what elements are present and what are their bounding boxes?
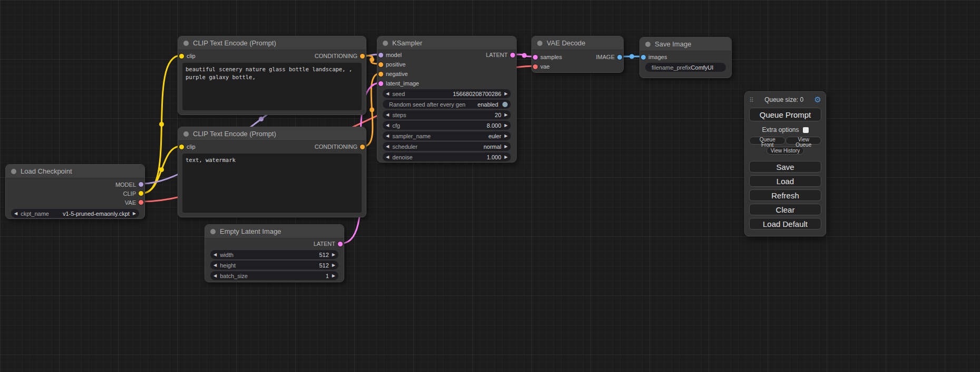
load-button[interactable]: Load: [749, 175, 821, 187]
node-title: Empty Latent Image: [220, 227, 281, 235]
collapse-dot-icon[interactable]: [183, 131, 189, 137]
queue-prompt-button[interactable]: Queue Prompt: [749, 108, 821, 121]
positive-prompt-textarea[interactable]: beautiful scenery nature glass bottle la…: [182, 63, 362, 110]
height-decrement-icon[interactable]: [214, 263, 217, 268]
output-slot-conditioning: CONDITIONING: [315, 144, 365, 150]
steps-decrement-icon[interactable]: [386, 113, 389, 117]
widget-cfg[interactable]: cfg 8.000: [383, 121, 511, 130]
widget-steps[interactable]: steps 20: [383, 110, 511, 119]
sampler-next-icon[interactable]: [504, 134, 508, 138]
widget-height[interactable]: height 512: [210, 261, 338, 270]
denoise-increment-icon[interactable]: [504, 155, 508, 159]
scheduler-next-icon[interactable]: [504, 145, 508, 149]
toggle-dot-icon[interactable]: [502, 102, 508, 107]
denoise-decrement-icon[interactable]: [386, 155, 389, 159]
model-input-dot[interactable]: [379, 53, 383, 58]
collapse-dot-icon[interactable]: [537, 41, 542, 46]
node-clip-text-encode-negative[interactable]: CLIP Text Encode (Prompt) clip CONDITION…: [178, 127, 366, 217]
view-history-button[interactable]: View History: [766, 147, 804, 155]
load-default-button[interactable]: Load Default: [749, 218, 821, 230]
input-slot-clip: clip: [179, 144, 196, 150]
collapse-dot-icon[interactable]: [183, 41, 189, 46]
image-output-dot[interactable]: [617, 55, 622, 60]
widget-seed[interactable]: seed 156680208700286: [383, 89, 511, 98]
node-clip-text-encode-positive[interactable]: CLIP Text Encode (Prompt) clip CONDITION…: [178, 36, 366, 115]
input-slot-samples: samples: [533, 54, 562, 60]
steps-increment-icon[interactable]: [504, 113, 508, 117]
positive-input-dot[interactable]: [379, 62, 383, 67]
clip-output-dot[interactable]: [139, 191, 143, 196]
widget-filename-prefix[interactable]: filename_prefix ComfyUI: [645, 63, 726, 72]
seed-increment-icon[interactable]: [504, 92, 508, 96]
menu-drag-handle-icon[interactable]: [749, 95, 754, 104]
input-slot-images: images: [641, 54, 667, 60]
extra-options-checkbox[interactable]: [803, 127, 809, 133]
node-save-image[interactable]: Save Image images filename_prefix ComfyU…: [639, 37, 732, 78]
ckpt-increment-icon[interactable]: [133, 212, 136, 216]
vae-output-dot[interactable]: [139, 200, 143, 205]
output-slot-clip: CLIP: [123, 190, 143, 197]
batch-decrement-icon[interactable]: [214, 274, 217, 278]
input-slot-model: model: [379, 52, 402, 58]
queue-front-button[interactable]: Queue Front: [749, 137, 785, 145]
node-title-bar[interactable]: VAE Decode: [532, 36, 623, 50]
collapse-dot-icon[interactable]: [210, 229, 216, 234]
samples-input-dot[interactable]: [533, 55, 538, 60]
latent-output-dot[interactable]: [510, 53, 515, 58]
widget-batch-size[interactable]: batch_size 1: [210, 271, 338, 280]
batch-increment-icon[interactable]: [332, 274, 335, 278]
negative-prompt-textarea[interactable]: text, watermark: [182, 154, 362, 213]
node-title-bar[interactable]: CLIP Text Encode (Prompt): [178, 36, 366, 50]
cfg-decrement-icon[interactable]: [386, 123, 389, 128]
widget-denoise[interactable]: denoise 1.000: [383, 152, 511, 161]
collapse-dot-icon[interactable]: [645, 42, 651, 47]
seed-decrement-icon[interactable]: [386, 92, 389, 96]
images-input-dot[interactable]: [641, 55, 646, 60]
collapse-dot-icon[interactable]: [383, 41, 388, 46]
output-slot-latent: LATENT: [486, 52, 515, 58]
refresh-button[interactable]: Refresh: [749, 189, 821, 201]
height-increment-icon[interactable]: [332, 263, 335, 268]
input-slot-clip: clip: [179, 53, 196, 59]
node-load-checkpoint[interactable]: Load Checkpoint MODEL CLIP VAE ckpt_name: [5, 164, 145, 219]
node-title-bar[interactable]: Load Checkpoint: [6, 165, 144, 178]
node-title-bar[interactable]: KSampler: [377, 36, 516, 50]
collapse-dot-icon[interactable]: [11, 169, 16, 174]
latent-image-input-dot[interactable]: [379, 81, 383, 86]
clear-button[interactable]: Clear: [749, 204, 821, 215]
conditioning-output-dot[interactable]: [360, 54, 365, 59]
save-button[interactable]: Save: [749, 161, 821, 173]
view-queue-button[interactable]: View Queue: [785, 137, 821, 145]
widget-width[interactable]: width 512: [210, 250, 338, 259]
node-empty-latent-image[interactable]: Empty Latent Image LATENT width 512 heig…: [205, 224, 344, 282]
widget-scheduler[interactable]: scheduler normal: [383, 142, 511, 151]
comfy-menu-panel: Queue size: 0 Queue Prompt Extra options…: [744, 91, 826, 236]
ckpt-decrement-icon[interactable]: [14, 212, 17, 216]
negative-input-dot[interactable]: [379, 72, 383, 77]
node-title-bar[interactable]: CLIP Text Encode (Prompt): [178, 127, 366, 141]
conditioning-output-dot[interactable]: [360, 145, 365, 149]
input-slot-negative: negative: [379, 71, 408, 77]
widget-sampler-name[interactable]: sampler_name euler: [383, 131, 511, 140]
model-output-dot[interactable]: [139, 182, 143, 187]
output-slot-image: IMAGE: [596, 54, 622, 60]
width-decrement-icon[interactable]: [214, 253, 217, 257]
node-ksampler[interactable]: KSampler model LATENT positive negative …: [377, 36, 517, 163]
scheduler-prev-icon[interactable]: [386, 145, 389, 149]
widget-random-seed-toggle[interactable]: Random seed after every gen enabled: [383, 100, 511, 109]
clip-input-dot[interactable]: [179, 145, 184, 149]
cfg-increment-icon[interactable]: [504, 123, 508, 128]
settings-gear-icon[interactable]: [814, 95, 821, 104]
node-title-bar[interactable]: Empty Latent Image: [205, 225, 344, 239]
node-title-bar[interactable]: Save Image: [640, 37, 731, 51]
width-increment-icon[interactable]: [332, 253, 335, 257]
output-slot-model: MODEL: [115, 182, 143, 188]
sampler-prev-icon[interactable]: [386, 134, 389, 138]
widget-ckpt-name[interactable]: ckpt_name v1-5-pruned-emaonly.ckpt: [11, 209, 139, 218]
vae-input-dot[interactable]: [533, 64, 538, 69]
node-title: Load Checkpoint: [21, 167, 72, 175]
latent-output-dot[interactable]: [338, 242, 343, 246]
input-slot-positive: positive: [379, 61, 405, 68]
node-vae-decode[interactable]: VAE Decode samples IMAGE vae: [531, 36, 624, 73]
clip-input-dot[interactable]: [179, 54, 184, 59]
